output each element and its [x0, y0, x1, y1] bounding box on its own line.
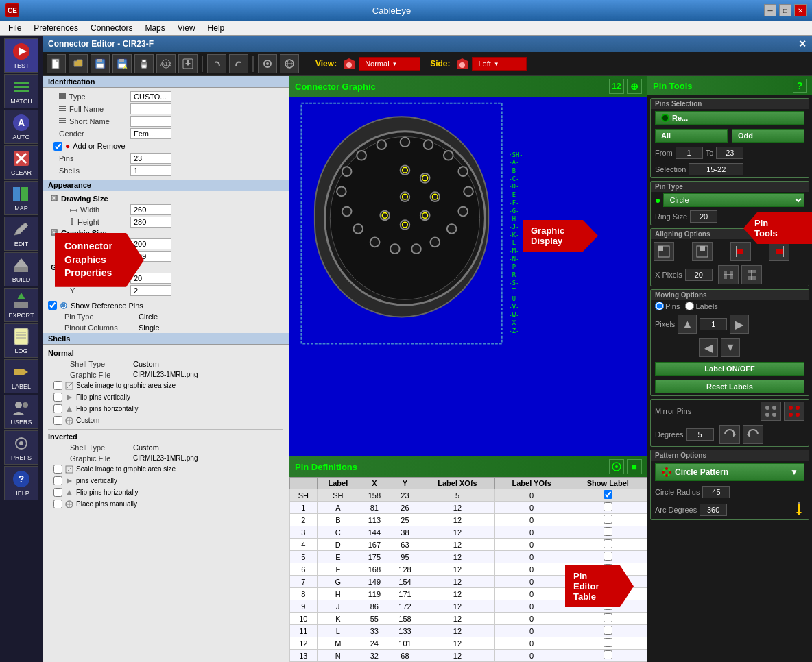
row-y[interactable]: 171: [390, 588, 420, 600]
sidebar-btn-label[interactable]: LABEL: [4, 359, 38, 393]
reset-labels-btn[interactable]: Reset Labels: [655, 380, 804, 393]
shortname-value[interactable]: [130, 116, 171, 127]
row-y[interactable]: 25: [390, 514, 420, 526]
pins-radio[interactable]: [655, 302, 664, 310]
table-row[interactable]: 12 M 24 101 12 0: [290, 637, 647, 650]
odd-btn[interactable]: Odd: [732, 129, 804, 143]
row-x[interactable]: 113: [359, 514, 390, 526]
row-label-yofs[interactable]: 0: [494, 489, 569, 502]
rotate-ccw-btn[interactable]: [743, 425, 763, 444]
pin-def-add-btn[interactable]: ■: [627, 459, 642, 474]
move-right-btn[interactable]: ▶: [730, 315, 749, 334]
toolbar-open-btn[interactable]: [69, 54, 88, 73]
sidebar-btn-help[interactable]: ? HELP: [4, 466, 38, 500]
ring-size-input[interactable]: [690, 210, 717, 223]
row-label[interactable]: H: [317, 588, 359, 600]
row-label-xofs[interactable]: 12: [420, 514, 494, 526]
align-hspace-btn[interactable]: [718, 265, 739, 284]
table-row[interactable]: 3 C 144 38 12 0: [290, 526, 647, 539]
row-x[interactable]: 81: [359, 502, 390, 514]
row-label-yofs[interactable]: 0: [494, 637, 569, 650]
row-label-xofs[interactable]: 12: [420, 563, 494, 576]
toolbar-settings-btn[interactable]: [258, 54, 277, 73]
offset-x-value[interactable]: 20: [130, 273, 171, 284]
row-y[interactable]: 63: [390, 539, 420, 551]
pixels-input[interactable]: [700, 318, 727, 330]
row-show-label[interactable]: [569, 625, 647, 637]
align-top-left-btn[interactable]: [654, 242, 674, 261]
row-show-label[interactable]: [569, 514, 647, 526]
row-label[interactable]: L: [317, 625, 359, 637]
labels-radio[interactable]: [685, 302, 694, 310]
mirror-h-btn[interactable]: [761, 402, 781, 421]
sidebar-btn-edit[interactable]: EDIT: [4, 217, 38, 251]
addremove-checkbox[interactable]: [53, 142, 62, 151]
degrees-input[interactable]: [686, 428, 714, 441]
row-label[interactable]: M: [317, 637, 359, 650]
sidebar-btn-export[interactable]: EXPORT: [4, 288, 38, 322]
toolbar-undo-btn[interactable]: [207, 54, 226, 73]
row-label-yofs[interactable]: 0: [494, 613, 569, 625]
from-input[interactable]: [676, 147, 703, 159]
flip-vertical-checkbox[interactable]: [53, 393, 62, 402]
row-y[interactable]: 38: [390, 526, 420, 539]
sidebar-btn-prefs[interactable]: PREFS: [4, 430, 38, 465]
graphic-plus-btn[interactable]: ⊕: [627, 79, 642, 94]
shells-value[interactable]: 1: [130, 165, 171, 176]
row-label[interactable]: K: [317, 613, 359, 625]
align-left-btn[interactable]: [730, 242, 751, 261]
table-row[interactable]: 13 N 32 68 12 0: [290, 650, 647, 662]
inv-flip-horizontal-checkbox[interactable]: [53, 488, 62, 497]
row-show-label[interactable]: [569, 539, 647, 551]
row-y[interactable]: 95: [390, 551, 420, 563]
table-row[interactable]: 8 H 119 171 12 0: [290, 588, 647, 600]
row-x[interactable]: 24: [359, 637, 390, 650]
row-label-yofs[interactable]: 0: [494, 539, 569, 551]
to-input[interactable]: [716, 147, 743, 159]
row-label[interactable]: SH: [317, 489, 359, 502]
type-value[interactable]: CUSTO...: [130, 91, 171, 102]
graphic-width-value[interactable]: 200: [130, 238, 171, 249]
toolbar-save-btn[interactable]: [91, 54, 110, 73]
pins-value[interactable]: 23: [130, 153, 171, 164]
row-y[interactable]: 158: [390, 613, 420, 625]
align-right-btn[interactable]: [769, 242, 789, 261]
move-up-btn[interactable]: ▲: [678, 315, 697, 334]
row-show-label[interactable]: [569, 489, 647, 502]
menu-maps[interactable]: Maps: [139, 22, 170, 34]
table-row[interactable]: 2 B 113 25 12 0: [290, 514, 647, 526]
table-row[interactable]: 7 G 149 154 12 0: [290, 576, 647, 588]
custom-checkbox[interactable]: [53, 416, 62, 425]
table-row[interactable]: 9 J 86 172 12 0: [290, 600, 647, 613]
all-btn[interactable]: All: [655, 129, 728, 143]
row-label-xofs[interactable]: 12: [420, 539, 494, 551]
row-label-xofs[interactable]: 12: [420, 625, 494, 637]
row-label[interactable]: J: [317, 600, 359, 613]
menu-preferences[interactable]: Preferences: [28, 22, 84, 34]
row-label[interactable]: F: [317, 563, 359, 576]
row-show-label[interactable]: [569, 576, 647, 588]
row-label-xofs[interactable]: 5: [420, 489, 494, 502]
row-label-yofs[interactable]: 0: [494, 576, 569, 588]
align-vspace-btn[interactable]: [741, 265, 762, 284]
row-label[interactable]: E: [317, 551, 359, 563]
row-label-yofs[interactable]: 0: [494, 563, 569, 576]
drawing-width-value[interactable]: 260: [130, 204, 171, 215]
row-label-xofs[interactable]: 12: [420, 588, 494, 600]
fullname-value[interactable]: [130, 103, 171, 114]
toolbar-import-btn[interactable]: A12: [156, 54, 176, 73]
toolbar-export-btn[interactable]: [178, 54, 198, 73]
maximize-button[interactable]: □: [779, 4, 791, 16]
inv-place-pins-checkbox[interactable]: [53, 500, 62, 508]
table-row[interactable]: 11 L 33 133 12 0: [290, 625, 647, 637]
table-row[interactable]: 6 F 168 128 12 0: [290, 563, 647, 576]
inv-scale-image-checkbox[interactable]: [53, 465, 62, 474]
drawing-height-value[interactable]: 280: [130, 217, 171, 228]
menu-connectors[interactable]: Connectors: [85, 22, 138, 34]
row-label[interactable]: B: [317, 514, 359, 526]
row-label-xofs[interactable]: 12: [420, 650, 494, 662]
row-x[interactable]: 168: [359, 563, 390, 576]
row-show-label[interactable]: [569, 600, 647, 613]
row-label-xofs[interactable]: 12: [420, 576, 494, 588]
table-row[interactable]: SH SH 158 23 5 0: [290, 489, 647, 502]
